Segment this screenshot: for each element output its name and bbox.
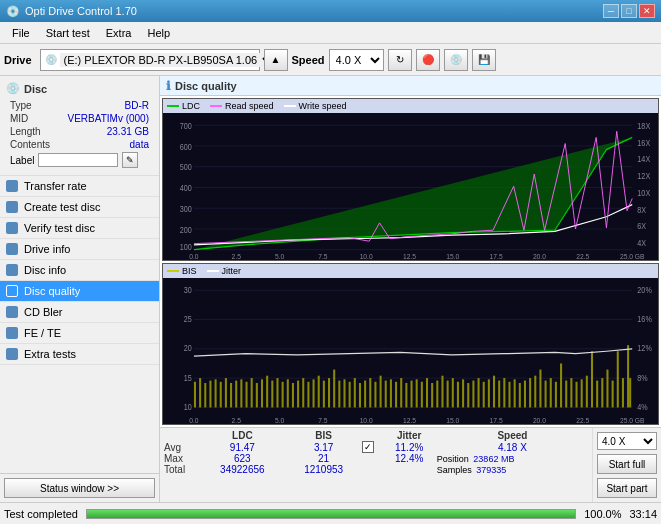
status-window-button[interactable]: Status window >>: [4, 478, 155, 498]
mid-value: VERBATIMv (000): [68, 113, 150, 124]
svg-rect-52: [199, 378, 201, 407]
stats-bar: LDC BIS Jitter Speed Avg 91.47 3.17: [160, 427, 661, 502]
max-label: Max: [164, 453, 199, 464]
svg-rect-93: [411, 380, 413, 407]
drive-dropdown[interactable]: (E:) PLEXTOR BD-R PX-LB950SA 1.06: [60, 53, 275, 67]
svg-text:17.5: 17.5: [490, 252, 503, 260]
label-input[interactable]: [38, 153, 118, 167]
svg-text:10.0: 10.0: [360, 252, 373, 260]
jitter-checkbox[interactable]: ✓: [362, 441, 374, 453]
svg-rect-110: [498, 380, 500, 407]
svg-rect-53: [204, 382, 206, 406]
samples-value: 379335: [476, 465, 506, 475]
titlebar-controls: ─ □ ✕: [603, 4, 655, 18]
stats-table: LDC BIS Jitter Speed Avg 91.47 3.17: [164, 430, 588, 475]
disc-info-icon: [6, 264, 18, 276]
svg-text:12X: 12X: [637, 171, 651, 181]
avg-check-cell: ✓: [362, 441, 382, 453]
titlebar-title-area: 💿 Opti Drive Control 1.70: [6, 5, 137, 18]
svg-rect-94: [416, 379, 418, 407]
disc-quality-icon: [6, 285, 18, 297]
svg-rect-67: [276, 378, 278, 407]
position-value: 23862 MB: [473, 454, 514, 464]
svg-rect-66: [271, 380, 273, 407]
menu-start-test[interactable]: Start test: [38, 25, 98, 41]
svg-rect-91: [400, 378, 402, 407]
burn-button[interactable]: 🔴: [416, 49, 440, 71]
svg-rect-136: [629, 378, 631, 407]
sidebar-item-label-extra-tests: Extra tests: [24, 348, 76, 360]
progress-bar-container: [86, 509, 576, 519]
main-area: 💿 Disc Type BD-R MID VERBATIMv (000) Len…: [0, 76, 661, 502]
sidebar-item-cd-bler[interactable]: CD Bler: [0, 302, 159, 323]
svg-rect-99: [441, 375, 443, 407]
svg-rect-108: [488, 379, 490, 407]
eject-button[interactable]: ▲: [264, 49, 288, 71]
svg-rect-79: [338, 380, 340, 407]
cd-bler-icon: [6, 306, 18, 318]
svg-rect-117: [534, 375, 536, 407]
svg-rect-98: [436, 380, 438, 407]
drive-selector[interactable]: 💿 (E:) PLEXTOR BD-R PX-LB950SA 1.06: [40, 49, 260, 71]
svg-text:300: 300: [180, 204, 193, 214]
speed-dropdown[interactable]: 4.0 X: [329, 49, 384, 71]
svg-rect-60: [240, 379, 242, 407]
sidebar-item-label-transfer-rate: Transfer rate: [24, 180, 87, 192]
legend-read-speed: Read speed: [210, 101, 274, 111]
svg-text:14X: 14X: [637, 154, 651, 164]
maximize-button[interactable]: □: [621, 4, 637, 18]
label-edit-button[interactable]: ✎: [122, 152, 138, 168]
disc-type-row: Type BD-R: [10, 99, 149, 112]
minimize-button[interactable]: ─: [603, 4, 619, 18]
svg-rect-122: [560, 363, 562, 407]
label-label: Label: [10, 155, 34, 166]
save-button[interactable]: 💾: [472, 49, 496, 71]
svg-rect-78: [333, 369, 335, 407]
svg-rect-131: [606, 369, 608, 407]
total-empty-cell: [362, 464, 382, 475]
svg-rect-57: [225, 378, 227, 407]
avg-bis: 3.17: [286, 441, 362, 453]
legend-bis: BIS: [167, 266, 197, 276]
svg-text:25.0 GB: 25.0 GB: [620, 252, 645, 260]
svg-rect-85: [369, 378, 371, 407]
close-button[interactable]: ✕: [639, 4, 655, 18]
svg-rect-135: [627, 345, 629, 407]
svg-rect-101: [452, 378, 454, 407]
stats-speed-select[interactable]: 4.0 X: [597, 432, 657, 450]
menu-file[interactable]: File: [4, 25, 38, 41]
sidebar-item-extra-tests[interactable]: Extra tests: [0, 344, 159, 365]
disc-button[interactable]: 💿: [444, 49, 468, 71]
svg-rect-123: [565, 380, 567, 407]
svg-rect-76: [323, 380, 325, 407]
svg-rect-118: [539, 369, 541, 407]
start-full-button[interactable]: Start full: [597, 454, 657, 474]
svg-rect-111: [503, 378, 505, 407]
sidebar-item-fe-te[interactable]: FE / TE: [0, 323, 159, 344]
menu-extra[interactable]: Extra: [98, 25, 140, 41]
sidebar-item-transfer-rate[interactable]: Transfer rate: [0, 176, 159, 197]
stats-max-row: Max 623 21 12.4% Position 23862 MB: [164, 453, 588, 464]
sidebar-item-drive-info[interactable]: Drive info: [0, 239, 159, 260]
svg-text:16%: 16%: [637, 314, 651, 324]
stats-total-row: Total 34922656 1210953 Samples 379335: [164, 464, 588, 475]
svg-rect-100: [447, 380, 449, 407]
svg-text:8X: 8X: [637, 206, 646, 216]
sidebar-item-create-test-disc[interactable]: Create test disc: [0, 197, 159, 218]
sidebar-item-disc-quality[interactable]: Disc quality: [0, 281, 159, 302]
bis-label: BIS: [182, 266, 197, 276]
sidebar-item-disc-info[interactable]: Disc info: [0, 260, 159, 281]
disc-section-header: 💿 Disc: [4, 80, 155, 97]
svg-rect-54: [209, 380, 211, 407]
refresh-button[interactable]: ↻: [388, 49, 412, 71]
status-time: 33:14: [629, 508, 657, 520]
start-part-button[interactable]: Start part: [597, 478, 657, 498]
sidebar-item-label-create-test-disc: Create test disc: [24, 201, 100, 213]
svg-text:15: 15: [184, 372, 193, 382]
sidebar-item-verify-test-disc[interactable]: Verify test disc: [0, 218, 159, 239]
write-speed-color-indicator: [284, 105, 296, 107]
svg-rect-120: [550, 378, 552, 407]
menu-help[interactable]: Help: [139, 25, 178, 41]
svg-rect-64: [261, 379, 263, 407]
avg-speed: 4.18 X: [437, 441, 588, 453]
